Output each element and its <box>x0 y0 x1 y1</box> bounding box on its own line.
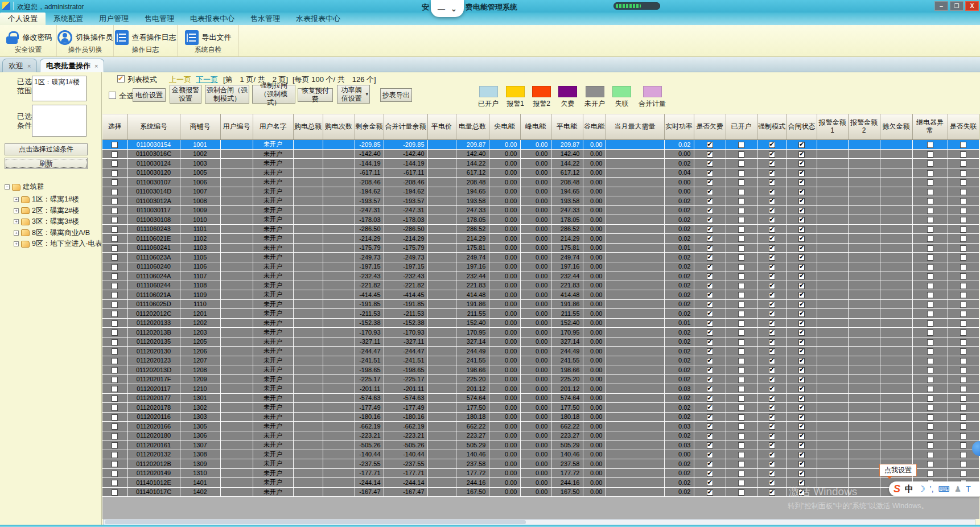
relay-abnormal-checkbox[interactable] <box>927 405 933 411</box>
table-row[interactable]: 011003012A1008未开户-193.57-193.57193.580.0… <box>102 196 979 206</box>
relay-abnormal-checkbox[interactable] <box>927 236 933 242</box>
is-lost-checkbox[interactable] <box>960 283 966 289</box>
selected-condition-box[interactable] <box>32 105 87 137</box>
is-opened-checkbox[interactable] <box>738 198 744 204</box>
cell-select[interactable] <box>102 262 127 271</box>
cell-select[interactable] <box>102 243 127 253</box>
relay-abnormal-checkbox[interactable] <box>927 217 933 223</box>
row-select-checkbox[interactable] <box>112 283 118 289</box>
column-header-purchase-total[interactable]: 购电总额 <box>293 114 323 140</box>
is-lost-checkbox[interactable] <box>960 367 966 373</box>
ribbon-button[interactable]: 修改密码 <box>0 28 56 47</box>
is-owing-checkbox[interactable] <box>707 227 713 233</box>
is-owing-checkbox[interactable] <box>707 236 713 242</box>
column-header-flat-price[interactable]: 平电价 <box>427 114 456 140</box>
row-select-checkbox[interactable] <box>112 471 118 477</box>
is-opened-checkbox[interactable] <box>738 236 744 242</box>
cell-select[interactable] <box>102 271 127 281</box>
chevron-down-icon[interactable]: ⌄ <box>451 5 457 13</box>
forced-mode-checkbox[interactable] <box>769 414 775 421</box>
cell-select[interactable] <box>102 281 127 290</box>
is-opened-checkbox[interactable] <box>738 358 744 364</box>
ribbon-button[interactable]: 切换操作员 <box>57 28 113 47</box>
is-lost-checkbox[interactable] <box>960 320 966 327</box>
row-select-checkbox[interactable] <box>112 367 118 373</box>
relay-abnormal-checkbox[interactable] <box>927 320 933 327</box>
gate-state-checkbox[interactable] <box>798 170 805 176</box>
forced-mode-checkbox[interactable] <box>769 254 775 261</box>
menu-item-4[interactable]: 售电管理 <box>137 13 182 25</box>
row-select-checkbox[interactable] <box>112 302 118 308</box>
is-lost-checkbox[interactable] <box>960 330 966 336</box>
cell-select[interactable] <box>102 393 127 403</box>
cell-select[interactable] <box>102 318 127 328</box>
is-opened-checkbox[interactable] <box>738 367 744 373</box>
is-opened-checkbox[interactable] <box>738 227 744 233</box>
is-lost-checkbox[interactable] <box>960 217 966 223</box>
relay-abnormal-checkbox[interactable] <box>927 414 933 421</box>
is-owing-checkbox[interactable] <box>707 386 713 392</box>
is-lost-checkbox[interactable] <box>960 264 966 270</box>
is-lost-checkbox[interactable] <box>960 386 966 392</box>
forced-mode-checkbox[interactable] <box>769 489 775 496</box>
relay-abnormal-checkbox[interactable] <box>927 283 933 289</box>
is-lost-checkbox[interactable] <box>960 339 966 345</box>
table-row[interactable]: 01120201801306未开户-223.21-223.21223.270.0… <box>102 431 979 440</box>
relay-abnormal-checkbox[interactable] <box>927 396 933 402</box>
forced-mode-checkbox[interactable] <box>769 311 775 317</box>
forced-mode-checkbox[interactable] <box>769 179 775 186</box>
row-select-checkbox[interactable] <box>112 151 118 158</box>
is-lost-checkbox[interactable] <box>960 227 966 233</box>
gate-state-checkbox[interactable] <box>798 302 805 308</box>
relay-abnormal-checkbox[interactable] <box>927 377 933 383</box>
dropdown-arrow-icon[interactable]: ▾ <box>365 91 368 97</box>
cell-select[interactable] <box>102 224 127 234</box>
column-header-system-number[interactable]: 系统编号 <box>127 114 180 140</box>
is-owing-checkbox[interactable] <box>707 339 713 345</box>
row-select-checkbox[interactable] <box>112 339 118 345</box>
gate-state-checkbox[interactable] <box>798 217 805 223</box>
table-row[interactable]: 011106021A1109未开户-414.45-414.45414.480.0… <box>102 290 979 300</box>
is-owing-checkbox[interactable] <box>707 273 713 279</box>
is-owing-checkbox[interactable] <box>707 170 713 176</box>
gate-state-checkbox[interactable] <box>798 283 805 289</box>
gate-state-checkbox[interactable] <box>798 452 805 458</box>
gate-state-checkbox[interactable] <box>798 433 805 439</box>
is-opened-checkbox[interactable] <box>738 254 744 261</box>
row-select-checkbox[interactable] <box>112 189 118 195</box>
is-opened-checkbox[interactable] <box>738 423 744 430</box>
is-owing-checkbox[interactable] <box>707 198 713 204</box>
is-lost-checkbox[interactable] <box>960 198 966 204</box>
is-opened-checkbox[interactable] <box>738 264 744 270</box>
column-header-energy-total[interactable]: 电量总数 <box>456 114 489 140</box>
is-opened-checkbox[interactable] <box>738 461 744 467</box>
table-row[interactable]: 01120201321308未开户-140.44-140.44140.460.0… <box>102 450 979 459</box>
is-owing-checkbox[interactable] <box>707 489 713 496</box>
table-row[interactable]: 01100301201005未开户-617.11-617.11617.120.0… <box>102 168 979 178</box>
forced-mode-checkbox[interactable] <box>769 405 775 411</box>
is-lost-checkbox[interactable] <box>960 189 966 195</box>
is-owing-checkbox[interactable] <box>707 452 713 458</box>
tab-welcome[interactable]: 欢迎× <box>2 59 37 72</box>
is-opened-checkbox[interactable] <box>738 348 744 355</box>
tree-expander-icon[interactable]: + <box>14 241 19 246</box>
gate-state-checkbox[interactable] <box>798 142 805 148</box>
cell-select[interactable] <box>102 412 127 422</box>
is-owing-checkbox[interactable] <box>707 151 713 158</box>
row-select-checkbox[interactable] <box>112 358 118 364</box>
refresh-button[interactable]: 刷新 <box>5 158 88 169</box>
table-row[interactable]: 01110602441108未开户-221.82-221.82221.830.0… <box>102 281 979 290</box>
is-opened-checkbox[interactable] <box>738 489 744 496</box>
relay-abnormal-checkbox[interactable] <box>927 264 933 270</box>
relay-abnormal-checkbox[interactable] <box>927 433 933 439</box>
is-owing-checkbox[interactable] <box>707 189 713 195</box>
action-button-6[interactable]: 功率阈值设置▾ <box>337 85 370 104</box>
row-select-checkbox[interactable] <box>112 208 118 214</box>
gate-state-checkbox[interactable] <box>798 461 805 467</box>
row-select-checkbox[interactable] <box>112 236 118 242</box>
tab-meter-batch[interactable]: 电表批量操作× <box>40 59 104 72</box>
is-owing-checkbox[interactable] <box>707 423 713 430</box>
ime-mode-icon[interactable]: 中 <box>905 484 913 495</box>
row-select-checkbox[interactable] <box>112 405 118 411</box>
forced-mode-checkbox[interactable] <box>769 423 775 430</box>
